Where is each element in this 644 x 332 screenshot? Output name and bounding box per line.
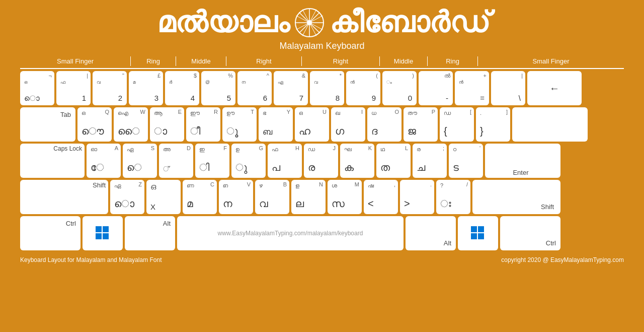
finger-label-small-right: Small Finger: [478, 56, 624, 66]
finger-label-right-right: Right: [302, 56, 380, 66]
subtitle: Malayalam Keyboard: [279, 41, 364, 51]
key-y[interactable]: ഭ ബ Y: [259, 107, 293, 142]
svg-rect-17: [471, 233, 477, 239]
title-keyboard: കീബോർഡ്: [330, 5, 488, 40]
key-1[interactable]: | ഫ 1: [56, 71, 91, 105]
footer-left: Keyboard Layout for Malayalam and Malaya…: [20, 256, 162, 263]
key-9[interactable]: ( ൻ 9: [346, 71, 380, 105]
finger-label-right-left: Right: [226, 56, 302, 66]
key-tab[interactable]: Tab: [20, 107, 75, 142]
key-0[interactable]: ) ം 0: [382, 71, 417, 105]
key-c[interactable]: ണ മ C: [183, 180, 217, 214]
svg-rect-11: [96, 226, 102, 232]
key-4[interactable]: $ ർ 4: [165, 71, 199, 105]
key-6[interactable]: ^ ന 6: [237, 71, 272, 105]
key-backtick[interactable]: ¬ ഒ ൊ: [20, 71, 54, 105]
key-g[interactable]: ഉ ു G: [231, 144, 266, 178]
finger-label-small-left: Small Finger: [20, 56, 131, 66]
svg-rect-18: [478, 233, 484, 239]
svg-rect-16: [478, 226, 484, 232]
key-8[interactable]: * വ 8: [310, 71, 344, 105]
key-e[interactable]: ആ ാ E: [150, 107, 184, 142]
finger-labels-row: Small Finger Ring Middle Right Right Mid…: [20, 56, 624, 69]
key-bracket-close[interactable]: . } ]: [476, 107, 510, 142]
key-backspace[interactable]: ←: [527, 71, 582, 105]
key-5[interactable]: % @ 5: [201, 71, 235, 105]
asdf-row: Caps Lock ഓ േ A ഏ െ S: [20, 144, 624, 178]
key-x[interactable]: ഒ X: [146, 180, 181, 214]
key-backslash[interactable]: | \: [491, 71, 525, 105]
key-semicolon[interactable]: ര ച ;: [413, 144, 447, 178]
key-shift-left[interactable]: Shift: [20, 180, 108, 214]
key-caps-lock[interactable]: Caps Lock: [20, 144, 85, 178]
svg-rect-15: [471, 226, 477, 232]
svg-rect-14: [103, 233, 109, 239]
finger-label-ring-left: Ring: [131, 56, 176, 66]
zxcv-row: Shift ഏ ൊ Z ഒ X ണ: [20, 180, 624, 214]
key-enter[interactable]: [512, 107, 588, 142]
key-comma[interactable]: ഷ < ,: [364, 180, 398, 214]
key-o[interactable]: ധ ദ O: [367, 107, 401, 142]
key-i[interactable]: ഖ ഗ I: [331, 107, 365, 142]
key-shift-right[interactable]: Shift: [472, 180, 560, 214]
key-enter-2[interactable]: Enter: [485, 144, 560, 178]
key-minus[interactable]: ൽ -: [419, 71, 453, 105]
key-q[interactable]: ഒ ൌ Q: [77, 107, 112, 142]
key-a[interactable]: ഓ േ A: [87, 144, 121, 178]
key-s[interactable]: ഏ െ S: [123, 144, 157, 178]
key-h[interactable]: ഫ പ H: [268, 144, 302, 178]
key-b[interactable]: ഴ വ B: [255, 180, 289, 214]
wheel-icon: [294, 8, 325, 38]
finger-label-middle-right: Middle: [380, 56, 428, 66]
key-w[interactable]: ഐ ൈ W: [114, 107, 148, 142]
key-equals[interactable]: + ൻ =: [455, 71, 489, 105]
key-win-right[interactable]: [458, 216, 498, 250]
svg-rect-12: [103, 226, 109, 232]
key-j[interactable]: ഡ ര J: [304, 144, 338, 178]
key-n[interactable]: ള ല N: [291, 180, 326, 214]
key-k[interactable]: ഘ ക K: [340, 144, 374, 178]
key-slash[interactable]: ? ഃ /: [436, 180, 470, 214]
key-z[interactable]: ഏ ൊ Z: [110, 180, 144, 214]
footer-right: copyright 2020 @ EasyMalayalamTyping.com: [501, 256, 624, 263]
finger-label-ring-right: Ring: [428, 56, 478, 66]
key-alt-left[interactable]: Alt: [125, 216, 175, 250]
key-p[interactable]: തൗ ജ P: [404, 107, 438, 142]
finger-label-middle-left: Middle: [176, 56, 226, 66]
key-d[interactable]: അ ് D: [159, 144, 193, 178]
qwerty-row: Tab ഒ ൌ Q ഐ ൈ W: [20, 107, 624, 142]
footer: Keyboard Layout for Malayalam and Malaya…: [20, 256, 624, 263]
key-r[interactable]: ഈ ീ R: [186, 107, 220, 142]
key-t[interactable]: ഊ ൂ T: [222, 107, 257, 142]
bottom-row: Ctrl Alt: [20, 216, 624, 250]
svg-rect-13: [96, 233, 102, 239]
space-url: www.EasyMalayalamTyping.com/malayalam/ke…: [218, 230, 363, 237]
number-row: ¬ ഒ ൊ | ഫ 1 " വ 2: [20, 71, 624, 105]
key-quote[interactable]: ഠ ട ': [449, 144, 483, 178]
key-ctrl-left[interactable]: Ctrl: [20, 216, 80, 250]
title-malayalam: മല്‍യാലം: [157, 5, 289, 40]
key-u[interactable]: ഒ ഹ U: [295, 107, 329, 142]
key-ctrl-right[interactable]: Ctrl: [500, 216, 560, 250]
key-bracket-open[interactable]: ഡ { [: [440, 107, 474, 142]
key-space[interactable]: www.EasyMalayalamTyping.com/malayalam/ke…: [177, 216, 404, 250]
keyboard: ¬ ഒ ൊ | ഫ 1 " വ 2: [20, 71, 624, 252]
key-alt-right[interactable]: Alt: [406, 216, 456, 250]
key-v[interactable]: ഩ ന V: [219, 180, 253, 214]
key-l[interactable]: ഥ ത L: [376, 144, 411, 178]
key-7[interactable]: & ഏ 7: [274, 71, 308, 105]
key-f[interactable]: ഇ ി F: [195, 144, 229, 178]
key-2[interactable]: " വ 2: [93, 71, 127, 105]
key-m[interactable]: ശ സ M: [328, 180, 362, 214]
key-period[interactable]: > .: [400, 180, 434, 214]
key-win-left[interactable]: [83, 216, 123, 250]
key-3[interactable]: £ മ 3: [129, 71, 163, 105]
